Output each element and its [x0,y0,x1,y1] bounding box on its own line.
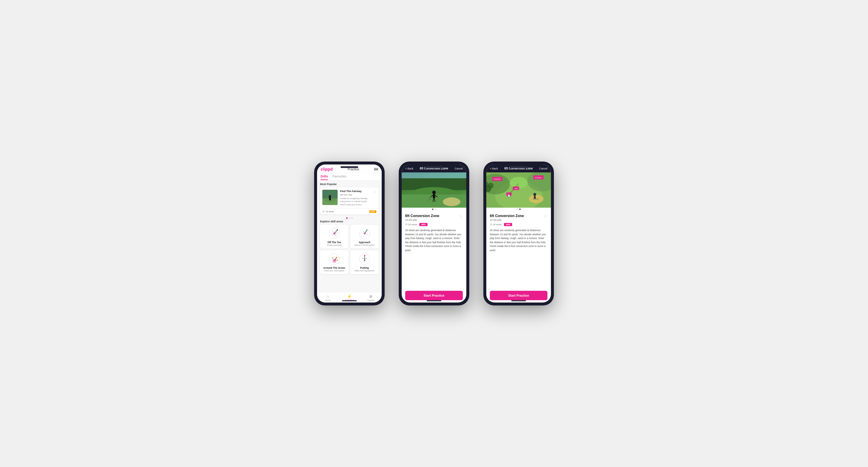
phone1-header: clippd Practice [317,165,382,173]
phone-3: < Back 6ft Conversion Zone Cancel [484,162,554,305]
drill-desc-3: 20 shots are randomly generated at dista… [490,229,548,253]
around-green-name: Around The Green [322,266,346,269]
shots-label-2: ⏱ 20 shots [405,223,417,226]
arg-badge-3: ARG [504,223,512,226]
skill-card-approach[interactable]: Approach Dial-in to hit the green [350,225,379,248]
cancel-button-2[interactable]: Cancel [455,167,463,170]
drill-header-3: < Back 6ft Conversion Zone Cancel [486,165,551,172]
svg-point-40 [364,262,365,263]
app-logo: clippd [320,167,333,171]
drill-header-2: < Back 6ft Conversion Zone Cancel [402,165,466,172]
phones-container: clippd Practice Drills Favourites Most P… [314,162,554,305]
phone-2-screen: < Back 6ft Conversion Zone Cancel [402,165,466,302]
off-the-tee-desc: Power accuracy [322,244,346,246]
favourite-icon-2[interactable]: ☆ [459,214,463,219]
drill-main-title-2: 6ft Conversion Zone [405,214,463,218]
shots-info: ⏱ 10 shots [322,210,334,213]
dot-1 [346,218,348,219]
skill-grid: Off The Tee Power accuracy [320,225,379,274]
featured-drill-info: Find The Fairway Off The Tee Create an i… [340,190,371,206]
start-practice-button-2[interactable]: Start Practice [405,291,463,300]
capture-icon: ⊕ [369,294,373,299]
cancel-button-3[interactable]: Cancel [539,167,548,170]
drill-meta-3: ⏱ 20 shots ARG [490,223,548,226]
drill-title-header-2: 6ft Conversion Zone [420,167,448,170]
drill-content-3: ☆ 6ft Conversion Zone 10-50 yds ⏱ 20 sho… [486,211,551,289]
approach-name: Approach [352,241,376,244]
phone-2: < Back 6ft Conversion Zone Cancel [399,162,469,305]
img-dot-1 [432,208,433,210]
clock-icon-3: ⏱ [490,223,492,226]
drill-photo-2 [402,172,466,208]
arg-badge-2: ARG [419,223,428,226]
header-title: Practice [348,167,360,171]
svg-line-20 [365,230,367,234]
off-the-tee-name: Off The Tee [322,241,346,244]
svg-rect-70 [534,196,536,199]
hamburger-menu-icon[interactable] [374,168,378,171]
start-practice-button-3[interactable]: Start Practice [490,291,548,300]
featured-drill-subtitle: Off The Tee [340,194,371,196]
featured-drill-footer: ⏱ 10 shots OTT [320,208,379,214]
tab-drills[interactable]: Drills [320,175,328,180]
img-dot-2 [435,208,436,210]
nav-home[interactable]: ⌂ Home [317,294,339,301]
carousel-dots [320,216,379,220]
back-button-2[interactable]: < Back [405,167,413,170]
svg-point-46 [432,191,436,194]
featured-drill-desc: Create an imaginary fairway using trees … [340,197,371,206]
bottom-nav: ⌂ Home ⚡ Activities ⊕ Capture [317,292,382,302]
svg-text:FAIRWAY: FAIRWAY [493,178,501,180]
svg-line-13 [334,234,337,236]
svg-text:ROUGH: ROUGH [535,177,541,178]
svg-point-72 [488,183,494,189]
drill-meta-2: ⏱ 20 shots ARG [405,223,463,226]
approach-desc: Dial-in to hit the green [352,244,376,246]
skill-card-off-the-tee[interactable]: Off The Tee Power accuracy [320,225,348,248]
img-dot-3-1 [517,208,518,210]
featured-drill-card[interactable]: Find The Fairway Off The Tee Create an i… [320,188,379,214]
favourite-icon-3[interactable]: ☆ [544,214,548,219]
featured-drill-image [322,190,338,205]
skill-card-around-green[interactable]: Around The Green Hone your short game [320,250,348,274]
phone-1-screen: clippd Practice Drills Favourites Most P… [317,165,382,302]
back-button-3[interactable]: < Back [490,167,498,170]
skill-card-putting[interactable]: Putting Make and lag practice [350,250,379,274]
shots-label-3: ⏱ 20 shots [490,223,502,226]
tabs-bar: Drills Favourites [317,173,382,180]
drill-main-title-3: 6ft Conversion Zone [490,214,548,218]
around-green-icon [322,253,346,266]
image-dots-2 [402,208,466,211]
activities-icon: ⚡ [347,294,352,299]
ott-badge: OTT [369,210,376,213]
putting-icon [352,253,376,266]
nav-activities[interactable]: ⚡ Activities [339,294,360,301]
capture-label: Capture [367,299,375,301]
image-dots-3 [486,208,551,211]
dot-2 [349,218,350,219]
drill-content-2: ☆ 6ft Conversion Zone 10-50 yds ⏱ 20 sho… [402,211,466,289]
svg-point-30 [332,257,333,259]
featured-drill-title: Find The Fairway [340,190,371,193]
svg-point-3 [329,195,331,197]
activities-label: Activities [345,299,354,301]
dot-3 [351,218,353,219]
off-the-tee-icon [322,227,346,240]
svg-point-37 [364,255,365,256]
favourite-icon[interactable]: ☆ [373,190,376,206]
home-label: Home [325,299,331,301]
svg-point-15 [337,229,338,231]
around-green-desc: Hone your short game [322,270,346,272]
svg-point-45 [443,197,460,206]
drill-map-3: FAIRWAY ROUGH Miss Hit SAND [486,172,551,208]
explore-label: Explore skill areas [320,220,379,223]
svg-point-23 [366,229,368,231]
svg-rect-4 [329,197,331,200]
phone-3-screen: < Back 6ft Conversion Zone Cancel [486,165,551,302]
nav-capture[interactable]: ⊕ Capture [360,294,382,301]
tab-favourites[interactable]: Favourites [333,175,346,180]
most-popular-label: Most Popular [320,183,379,186]
svg-point-32 [337,260,338,261]
drill-desc-2: 20 shots are randomly generated at dista… [405,229,463,253]
svg-line-14 [332,234,334,235]
